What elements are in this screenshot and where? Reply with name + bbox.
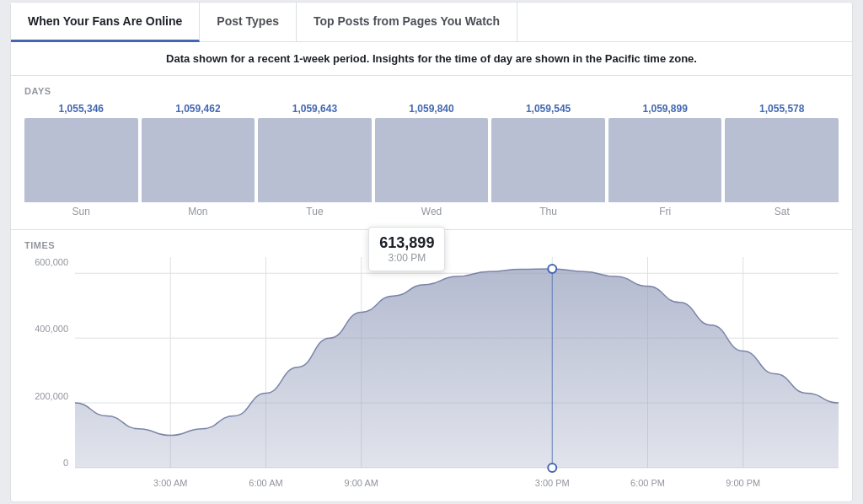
day-bar: [725, 118, 839, 202]
tab-top-posts[interactable]: Top Posts from Pages You Watch: [297, 3, 517, 41]
day-column: 1,059,462 Mon: [142, 103, 255, 223]
x-axis-label: 6:00 AM: [249, 478, 282, 488]
day-column: 1,055,578 Sat: [725, 103, 839, 223]
day-column: 1,055,346 Sun: [24, 103, 138, 223]
day-value: 1,059,840: [409, 103, 453, 115]
day-column: 1,059,643 Tue: [258, 103, 372, 223]
day-column: 1,059,545 Thu: [491, 103, 605, 223]
tab-bar: When Your Fans Are Online Post Types Top…: [11, 3, 852, 42]
main-container: When Your Fans Are Online Post Types Top…: [10, 2, 853, 502]
days-section: DAYS 1,055,346 Sun 1,059,462 Mon 1,059,6…: [11, 76, 852, 230]
y-axis-label: 600,000: [35, 257, 68, 267]
chart-area: 600,000400,000200,0000: [24, 257, 839, 493]
x-axis-label: 6:00 PM: [630, 478, 665, 488]
svg-point-12: [548, 464, 556, 472]
tab-post-types[interactable]: Post Types: [200, 3, 297, 41]
y-axis-label: 0: [63, 458, 68, 468]
day-column: 1,059,899 Fri: [608, 103, 722, 223]
day-name: Tue: [306, 206, 323, 223]
day-name: Fri: [659, 206, 671, 223]
day-value: 1,055,578: [759, 103, 804, 115]
tab-fans-online[interactable]: When Your Fans Are Online: [11, 3, 200, 42]
y-axis-label: 400,000: [35, 324, 68, 334]
subtitle-text: Data shown for a recent 1-week period. I…: [11, 42, 852, 76]
day-value: 1,059,643: [292, 103, 337, 115]
day-value: 1,059,545: [526, 103, 571, 115]
times-section: TIMES 600,000400,000200,0000: [11, 230, 852, 501]
day-bar: [142, 118, 255, 202]
day-value: 1,059,462: [175, 103, 220, 115]
day-bar: [258, 118, 372, 202]
day-bar: [608, 118, 722, 202]
svg-point-11: [548, 265, 556, 273]
day-name: Mon: [188, 206, 207, 223]
x-axis-label: 9:00 PM: [726, 478, 760, 488]
y-axis-label: 200,000: [35, 391, 68, 401]
day-column: 1,059,840 Wed: [375, 103, 489, 223]
x-axis-label: 9:00 AM: [345, 478, 378, 488]
day-bar: [375, 118, 489, 202]
day-value: 1,059,899: [642, 103, 687, 115]
x-axis-label: 3:00 AM: [153, 478, 187, 488]
y-axis: 600,000400,000200,0000: [24, 257, 75, 468]
chart-plot: 613,899 3:00 PM: [75, 257, 839, 468]
days-label: DAYS: [24, 86, 839, 96]
day-bar: [491, 118, 605, 202]
day-name: Sun: [72, 206, 90, 223]
day-bar: [24, 118, 138, 202]
day-name: Sat: [775, 206, 790, 223]
times-label: TIMES: [24, 240, 839, 250]
days-grid: 1,055,346 Sun 1,059,462 Mon 1,059,643 Tu…: [24, 103, 839, 229]
x-axis-label: 3:00 PM: [535, 478, 570, 488]
day-name: Thu: [539, 206, 557, 223]
day-value: 1,055,346: [59, 103, 104, 115]
day-name: Wed: [421, 206, 442, 223]
x-axis: 3:00 AM6:00 AM9:00 AM3:00 PM6:00 PM9:00 …: [75, 473, 839, 493]
